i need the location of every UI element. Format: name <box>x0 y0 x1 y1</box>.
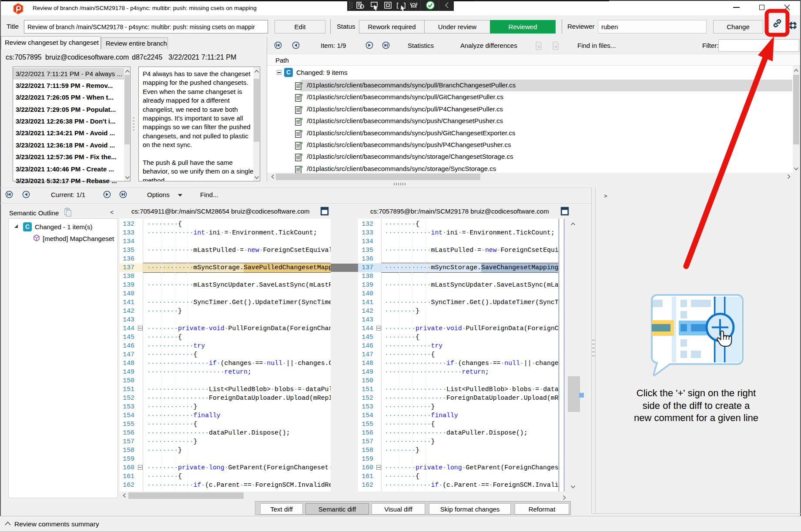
svg-text:c#: c# <box>299 153 303 157</box>
svg-text:c#: c# <box>299 93 303 97</box>
svg-text:c#: c# <box>299 165 303 169</box>
svg-text:c#: c# <box>299 81 303 85</box>
svg-text:c#: c# <box>299 129 303 133</box>
svg-text:c#: c# <box>299 117 303 121</box>
svg-text:c#: c# <box>299 105 303 109</box>
svg-text:c#: c# <box>299 141 303 145</box>
